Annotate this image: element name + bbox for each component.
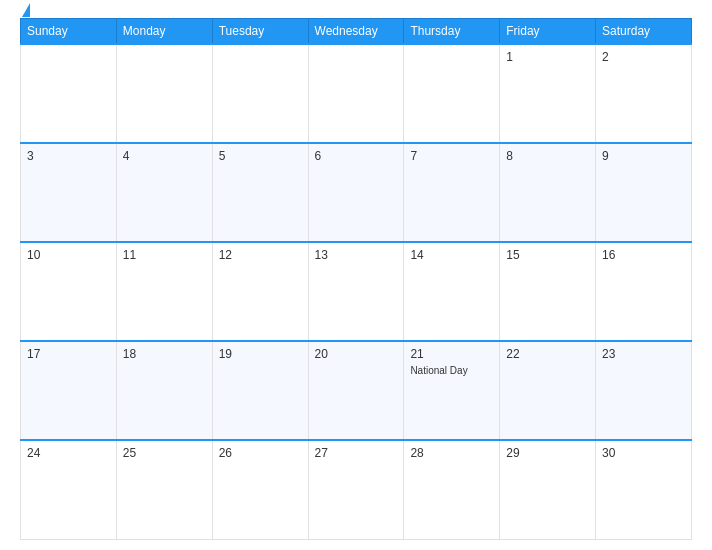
calendar-cell: 16	[596, 242, 692, 341]
calendar-cell: 19	[212, 341, 308, 440]
day-number: 9	[602, 149, 685, 163]
calendar-week-row: 24252627282930	[21, 440, 692, 539]
weekday-header-friday: Friday	[500, 19, 596, 45]
logo-flag-icon	[22, 3, 30, 17]
calendar-cell: 6	[308, 143, 404, 242]
calendar-week-row: 12	[21, 44, 692, 143]
weekday-header-thursday: Thursday	[404, 19, 500, 45]
day-number: 14	[410, 248, 493, 262]
day-number: 17	[27, 347, 110, 361]
day-number: 27	[315, 446, 398, 460]
day-number: 23	[602, 347, 685, 361]
calendar-cell: 15	[500, 242, 596, 341]
day-number: 18	[123, 347, 206, 361]
day-number: 20	[315, 347, 398, 361]
calendar-cell: 14	[404, 242, 500, 341]
calendar-cell: 11	[116, 242, 212, 341]
calendar-cell: 29	[500, 440, 596, 539]
calendar-cell: 3	[21, 143, 117, 242]
calendar-table: SundayMondayTuesdayWednesdayThursdayFrid…	[20, 18, 692, 540]
calendar-cell: 1	[500, 44, 596, 143]
day-number: 12	[219, 248, 302, 262]
calendar-cell: 9	[596, 143, 692, 242]
day-number: 13	[315, 248, 398, 262]
calendar-cell: 17	[21, 341, 117, 440]
calendar-week-row: 10111213141516	[21, 242, 692, 341]
day-number: 4	[123, 149, 206, 163]
day-number: 15	[506, 248, 589, 262]
calendar-cell: 20	[308, 341, 404, 440]
day-number: 26	[219, 446, 302, 460]
calendar-cell: 10	[21, 242, 117, 341]
day-number: 24	[27, 446, 110, 460]
calendar-cell: 7	[404, 143, 500, 242]
day-number: 16	[602, 248, 685, 262]
day-number: 22	[506, 347, 589, 361]
calendar-week-row: 3456789	[21, 143, 692, 242]
day-number: 7	[410, 149, 493, 163]
calendar-cell: 2	[596, 44, 692, 143]
calendar-cell: 12	[212, 242, 308, 341]
calendar-cell: 21National Day	[404, 341, 500, 440]
calendar-cell: 30	[596, 440, 692, 539]
day-number: 10	[27, 248, 110, 262]
calendar-cell: 4	[116, 143, 212, 242]
day-number: 21	[410, 347, 493, 361]
day-number: 3	[27, 149, 110, 163]
day-number: 25	[123, 446, 206, 460]
calendar-cell	[308, 44, 404, 143]
weekday-header-wednesday: Wednesday	[308, 19, 404, 45]
calendar-cell: 28	[404, 440, 500, 539]
weekday-header-sunday: Sunday	[21, 19, 117, 45]
day-number: 6	[315, 149, 398, 163]
calendar-cell	[116, 44, 212, 143]
day-number: 30	[602, 446, 685, 460]
day-number: 1	[506, 50, 589, 64]
logo	[20, 3, 30, 17]
calendar-cell	[21, 44, 117, 143]
calendar-cell: 26	[212, 440, 308, 539]
day-number: 8	[506, 149, 589, 163]
day-number: 29	[506, 446, 589, 460]
calendar-week-row: 1718192021National Day2223	[21, 341, 692, 440]
calendar-cell: 13	[308, 242, 404, 341]
day-event: National Day	[410, 365, 493, 376]
calendar-cell: 27	[308, 440, 404, 539]
day-number: 5	[219, 149, 302, 163]
calendar-cell: 23	[596, 341, 692, 440]
calendar-cell: 25	[116, 440, 212, 539]
weekday-header-saturday: Saturday	[596, 19, 692, 45]
day-number: 19	[219, 347, 302, 361]
calendar-cell: 24	[21, 440, 117, 539]
calendar-cell: 8	[500, 143, 596, 242]
weekday-header-tuesday: Tuesday	[212, 19, 308, 45]
calendar-cell	[212, 44, 308, 143]
calendar-cell: 5	[212, 143, 308, 242]
calendar-cell: 18	[116, 341, 212, 440]
day-number: 28	[410, 446, 493, 460]
day-number: 11	[123, 248, 206, 262]
weekday-header-monday: Monday	[116, 19, 212, 45]
calendar-cell	[404, 44, 500, 143]
day-number: 2	[602, 50, 685, 64]
calendar-header-row: SundayMondayTuesdayWednesdayThursdayFrid…	[21, 19, 692, 45]
calendar-cell: 22	[500, 341, 596, 440]
